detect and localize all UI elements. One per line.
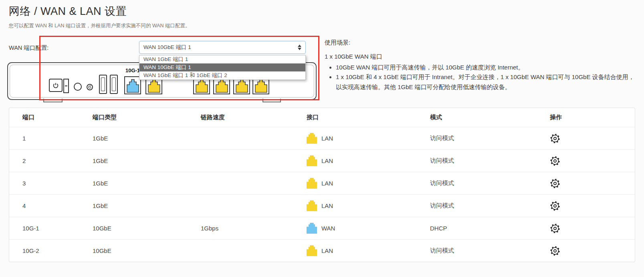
- scenario-bullet: 10GbE WAN 端口可用于高速传输，并以 10GbE 的速度浏览 Inter…: [336, 63, 637, 72]
- cell-port: 4: [9, 202, 93, 209]
- select-updown-icon: [298, 45, 301, 50]
- ports-table: 端口 端口类型 链路速度 接口 模式 操作 1 1GbE LAN 访问模式 2 …: [9, 108, 635, 262]
- settings-gear-button[interactable]: [550, 178, 560, 189]
- reset-button-icon: [87, 84, 93, 90]
- table-row-port-3: 3 1GbE LAN 访问模式: [9, 172, 635, 194]
- header-port-type: 端口类型: [93, 114, 201, 121]
- power-button-icon: [49, 79, 63, 92]
- lan-port-icon: [307, 245, 317, 256]
- settings-gear-button[interactable]: [550, 223, 560, 234]
- page-title: 网络 / WAN & LAN 设置: [9, 4, 190, 18]
- header-actions: 操作: [540, 114, 620, 121]
- wan-lan-settings-page: 网络 / WAN & LAN 设置 您可以配置 WAN 和 LAN 端口设置，并…: [0, 0, 644, 277]
- device-foot: [43, 99, 63, 102]
- round-hole: [74, 83, 82, 91]
- cell-mode: 访问模式: [430, 157, 540, 165]
- cell-mode: 访问模式: [430, 134, 540, 142]
- wan-port-icon: [307, 223, 317, 234]
- lan-port-icon: [307, 178, 317, 189]
- settings-gear-button[interactable]: [550, 201, 560, 211]
- scenario-subheading: 1 x 10GbE WAN 端口: [325, 53, 637, 61]
- cell-interface: LAN: [307, 200, 430, 211]
- cell-interface: LAN: [307, 155, 430, 166]
- scenario-bullet: 1 x 10GbE 和 4 x 1GbE 端口可用于 Intranet。对于企业…: [336, 72, 637, 92]
- header-interface: 接口: [307, 114, 430, 121]
- cell-interface: LAN: [307, 133, 430, 144]
- table-row-port-2: 2 1GbE LAN 访问模式: [9, 149, 635, 172]
- table-row-port-10g-2: 10G-2 10GbE LAN 访问模式: [9, 239, 635, 262]
- wan-config-label: WAN 端口配置:: [9, 44, 48, 52]
- table-row-port-10g-1: 10G-1 10GbE 1Gbps WAN DHCP: [9, 217, 635, 239]
- dropdown-option-10gbe-port1[interactable]: WAN 10GbE 端口 1: [139, 63, 305, 71]
- interface-label: LAN: [321, 202, 333, 209]
- wan-config-selected-value: WAN 10GbE 端口 1: [143, 44, 191, 51]
- wan-config-section: WAN 端口配置: WAN 10GbE 端口 1: [0, 34, 644, 106]
- cell-mode: 访问模式: [430, 202, 540, 210]
- interface-label: LAN: [321, 247, 333, 254]
- lan-port-icon: [307, 200, 317, 211]
- settings-gear-button[interactable]: [550, 133, 560, 144]
- table-row-port-1: 1 1GbE LAN 访问模式: [9, 127, 635, 149]
- cell-mode: 访问模式: [430, 179, 540, 187]
- table-row-port-4: 4 1GbE LAN 访问模式: [9, 194, 635, 217]
- header-link-speed: 链路速度: [201, 114, 307, 121]
- cell-port: 10G-2: [9, 247, 93, 254]
- cell-port: 3: [9, 180, 93, 187]
- cell-link-speed: 1Gbps: [201, 225, 307, 232]
- cell-port-type: 1GbE: [93, 157, 201, 164]
- cell-port-type: 10GbE: [93, 225, 201, 232]
- dropdown-option-1gbe-port1[interactable]: WAN 1GbE 端口 1: [139, 55, 305, 63]
- cell-port: 1: [9, 135, 93, 142]
- settings-gear-button[interactable]: [550, 156, 560, 166]
- power-switch-strip: [63, 79, 69, 93]
- device-foot: [262, 99, 281, 102]
- usb-port-icon: [110, 75, 118, 94]
- lan-port-icon: [307, 133, 317, 144]
- cell-interface: WAN: [307, 223, 430, 234]
- interface-label: WAN: [321, 225, 335, 232]
- cell-port-type: 1GbE: [93, 180, 201, 187]
- cell-port: 2: [9, 157, 93, 164]
- wan-config-dropdown-list: WAN 1GbE 端口 1 WAN 10GbE 端口 1 WAN 1GbE 端口…: [139, 55, 306, 80]
- cell-port-type: 1GbE: [93, 202, 201, 209]
- interface-label: LAN: [321, 180, 333, 187]
- dropdown-option-1gbe-port1-and-port2[interactable]: WAN 1GbE 端口 1 和 1GbE 端口 2: [139, 71, 305, 79]
- scenario-bullet-list: 10GbE WAN 端口可用于高速传输，并以 10GbE 的速度浏览 Inter…: [329, 63, 637, 92]
- interface-label: LAN: [321, 157, 333, 164]
- interface-label: LAN: [321, 135, 333, 142]
- usage-scenario-panel: 使用场景: 1 x 10GbE WAN 端口 10GbE WAN 端口可用于高速…: [325, 39, 637, 92]
- settings-gear-button[interactable]: [550, 246, 560, 256]
- header-port: 端口: [9, 114, 93, 121]
- cell-interface: LAN: [307, 245, 430, 256]
- cell-port: 10G-1: [9, 225, 93, 232]
- device-wan-port-10g1: [124, 76, 141, 94]
- page-header: 网络 / WAN & LAN 设置 您可以配置 WAN 和 LAN 端口设置，并…: [9, 4, 190, 29]
- cell-interface: LAN: [307, 178, 430, 189]
- wan-config-select[interactable]: WAN 10GbE 端口 1: [139, 41, 306, 54]
- cell-mode: DHCP: [430, 225, 540, 232]
- usb-port-icon: [99, 75, 107, 94]
- header-mode: 模式: [430, 114, 540, 121]
- cell-port-type: 10GbE: [93, 247, 201, 254]
- table-header-row: 端口 端口类型 链路速度 接口 模式 操作: [9, 108, 635, 127]
- cell-port-type: 1GbE: [93, 135, 201, 142]
- cell-mode: 访问模式: [430, 247, 540, 255]
- lan-port-icon: [307, 155, 317, 166]
- scenario-heading: 使用场景:: [325, 39, 637, 47]
- page-subtitle: 您可以配置 WAN 和 LAN 端口设置，并根据用户要求实施不同的 WAN 端口…: [9, 22, 190, 29]
